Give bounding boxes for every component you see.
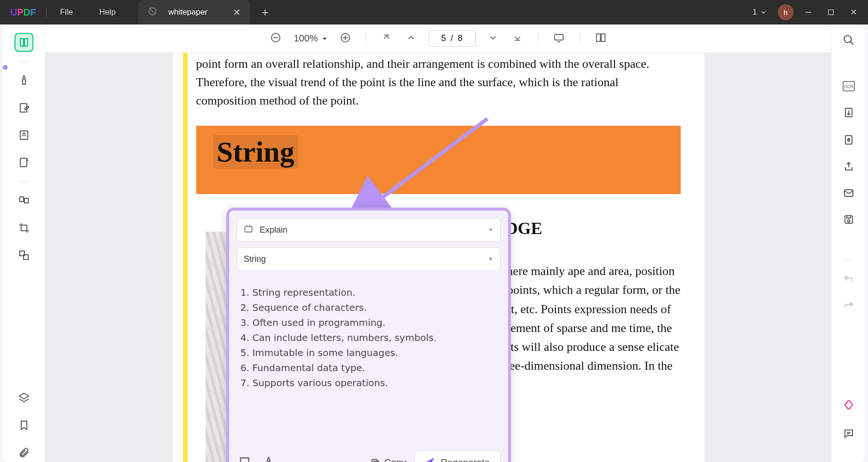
separator	[580, 32, 580, 45]
document-viewport[interactable]: point form an overall relationship, and …	[45, 53, 831, 462]
heading-banner: String	[196, 126, 681, 194]
center-panel: 100% point form an overall relationship,…	[45, 24, 831, 462]
close-window-button[interactable]: ✕	[845, 4, 861, 20]
ai-assistant-popup: Explain ▼ String ▼ 1. String representat…	[226, 208, 511, 462]
ai-button[interactable]	[842, 399, 856, 415]
separator	[19, 181, 29, 182]
close-tab-icon[interactable]: ✕	[233, 7, 241, 18]
user-avatar[interactable]: h	[778, 4, 794, 20]
left-sidebar	[3, 24, 45, 462]
comments-panel-button[interactable]	[843, 428, 854, 441]
save-button[interactable]	[843, 214, 854, 227]
ai-footer: Copy Regenerate	[237, 446, 501, 462]
highlight-icon[interactable]	[261, 454, 276, 462]
unsaved-icon	[148, 7, 157, 18]
list-item: 3. Often used in programming.	[240, 315, 497, 330]
share-button[interactable]	[843, 161, 854, 174]
separator	[366, 32, 366, 45]
list-item: 5. Immutable in some languages.	[240, 345, 497, 360]
separator	[538, 32, 538, 45]
indicator-dot	[3, 65, 8, 70]
copy-icon	[370, 458, 381, 462]
copy-button[interactable]: Copy	[370, 457, 406, 462]
redo-button[interactable]	[843, 300, 854, 313]
notification-count[interactable]: 1	[749, 8, 771, 17]
titlebar: UPDF File Help whitepaper ✕ + 1 h ✕	[0, 0, 868, 24]
zoom-level[interactable]: 100%	[294, 33, 327, 44]
top-toolbar: 100%	[45, 24, 831, 53]
app-logo: UPDF	[0, 7, 46, 18]
ai-response-body: 1. String representation. 2. Sequence of…	[237, 276, 501, 446]
separator	[19, 61, 29, 62]
convert-button[interactable]	[843, 106, 854, 121]
ai-term-select[interactable]: String ▼	[237, 247, 501, 271]
explain-icon	[244, 224, 253, 236]
bookmark-button[interactable]	[15, 416, 33, 435]
svg-point-32	[844, 35, 851, 42]
minimize-button[interactable]	[800, 4, 816, 20]
last-page-button[interactable]	[510, 31, 525, 47]
new-tab-button[interactable]: +	[250, 5, 280, 20]
separator	[844, 260, 854, 260]
list-item: 7. Supports various operations.	[240, 375, 497, 390]
right-sidebar: OCR	[831, 24, 865, 462]
organize-pages-button[interactable]	[15, 191, 33, 210]
svg-marker-12	[19, 393, 29, 399]
svg-rect-2	[828, 10, 834, 15]
undo-button[interactable]	[843, 274, 854, 287]
presentation-button[interactable]	[551, 30, 566, 47]
svg-rect-27	[245, 227, 252, 232]
chevron-down-icon: ▼	[488, 227, 494, 233]
next-page-button[interactable]	[486, 31, 500, 47]
list-item: 6. Fundamental data type.	[240, 360, 497, 375]
highlight-bar	[183, 53, 188, 462]
maximize-button[interactable]	[823, 4, 839, 20]
attachment-button[interactable]	[15, 443, 33, 462]
selected-heading[interactable]: String	[213, 135, 298, 169]
svg-rect-42	[847, 216, 851, 218]
ocr-button[interactable]: OCR	[843, 81, 855, 93]
svg-rect-24	[601, 34, 605, 41]
help-menu[interactable]: Help	[86, 8, 129, 17]
chevron-down-icon: ▼	[488, 256, 494, 262]
edit-tool-button[interactable]	[15, 98, 33, 117]
svg-rect-23	[597, 34, 600, 41]
compare-tool-button[interactable]	[15, 246, 33, 265]
svg-line-33	[850, 41, 853, 45]
svg-marker-15	[323, 38, 326, 40]
send-icon	[425, 456, 436, 462]
ai-mode-select[interactable]: Explain ▼	[237, 218, 501, 242]
svg-rect-8	[20, 197, 24, 202]
ai-term-label: String	[244, 254, 266, 264]
regenerate-button[interactable]: Regenerate	[414, 450, 501, 462]
list-item: 1. String representation.	[240, 285, 497, 300]
list-item: 4. Can include letters, numbers, symbols…	[240, 330, 497, 345]
tab-title: whitepaper	[164, 8, 226, 17]
page-tool-button[interactable]	[15, 126, 33, 145]
search-button[interactable]	[843, 34, 855, 48]
svg-point-43	[847, 220, 850, 222]
prev-page-button[interactable]	[404, 31, 418, 47]
zoom-in-button[interactable]	[338, 30, 353, 47]
svg-rect-7	[20, 158, 27, 167]
body-paragraph: point form an overall relationship, and …	[196, 53, 681, 110]
ai-response-list: 1. String representation. 2. Sequence of…	[240, 285, 497, 390]
file-menu[interactable]: File	[47, 8, 86, 17]
layers-button[interactable]	[15, 389, 33, 407]
comment-icon[interactable]	[237, 454, 253, 462]
ai-mode-label: Explain	[260, 225, 287, 235]
svg-rect-21	[555, 34, 563, 40]
svg-rect-9	[24, 198, 28, 203]
first-page-button[interactable]	[380, 31, 394, 47]
zoom-out-button[interactable]	[268, 30, 283, 47]
form-tool-button[interactable]	[15, 153, 33, 172]
page-number-input[interactable]	[429, 30, 476, 47]
main-area: 100% point form an overall relationship,…	[3, 24, 865, 462]
email-button[interactable]	[843, 187, 854, 201]
document-tab[interactable]: whitepaper ✕	[138, 0, 250, 24]
reader-mode-button[interactable]	[15, 33, 33, 52]
page-view-button[interactable]	[593, 30, 608, 47]
crop-tool-button[interactable]	[15, 219, 33, 237]
highlight-tool-button[interactable]	[15, 71, 33, 90]
protect-button[interactable]	[843, 134, 854, 148]
